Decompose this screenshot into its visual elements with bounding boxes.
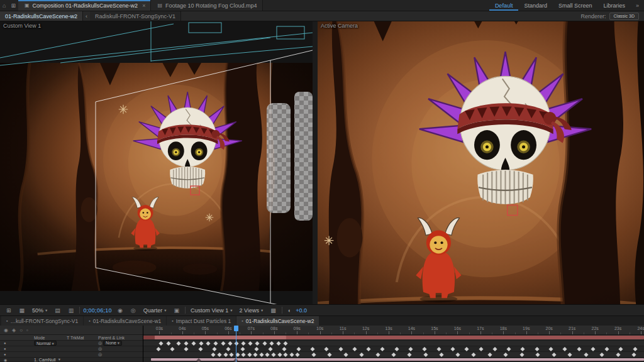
keyframe-diamond[interactable] [492,347,497,351]
timeline-track[interactable] [143,358,644,362]
layer-row-camnull[interactable]: ◉ 1. CamNull ▾ [0,358,143,362]
home-icon[interactable]: ⌂ [0,0,8,11]
timeline-track[interactable] [143,352,644,358]
keyframe-diamond[interactable] [199,341,203,346]
viewport-canvas-left[interactable] [0,21,313,304]
parent-link-column-header[interactable]: Parent & Link [98,336,143,340]
keyframe-diamond[interactable] [284,353,288,357]
keyframe-diamond[interactable] [380,347,385,351]
keyframe-diamond[interactable] [282,347,287,351]
keyframe-diamond[interactable] [535,347,539,351]
keyframe-diamond[interactable] [296,347,301,351]
keyframe-diamond[interactable] [170,347,175,351]
region-of-interest-icon[interactable]: ▣ [171,307,182,314]
renderer-button[interactable]: Classic 3D [609,13,639,20]
keyframe-diamond[interactable] [548,347,553,351]
keyframe-diamond[interactable] [519,353,524,357]
keyframe-diamond[interactable] [409,347,413,351]
keyframe-diamond[interactable] [616,353,620,357]
workspace-overflow-icon[interactable]: » [631,0,644,11]
keyframe-diamond[interactable] [311,347,315,351]
keyframe-diamond[interactable] [577,347,581,351]
exposure-control[interactable]: ◐ +0.0 [286,307,307,314]
keyframe-diamond[interactable] [504,353,508,357]
keyframe-diamond[interactable] [176,341,180,346]
keyframe-diamond[interactable] [228,341,232,346]
keyframe-diamond[interactable] [436,347,441,351]
keyframe-diamond[interactable] [632,353,636,357]
keyframe-diamond[interactable] [259,353,264,357]
magnification-dropdown[interactable]: 50% ▾ [30,307,49,314]
keyframe-diamond[interactable] [584,353,588,357]
lock-icon[interactable]: ▫ [26,327,28,333]
keyframe-diamond[interactable] [265,353,270,357]
snapshot-icon[interactable]: ◉ [115,307,125,314]
keyframe-diamond[interactable] [455,353,460,357]
keyframe-diamond[interactable] [191,341,196,346]
solo-icon[interactable]: ○ [19,327,23,333]
keyframe-diamond[interactable] [311,353,316,357]
timeline-track[interactable] [143,341,644,346]
workspace-default[interactable]: Default [489,0,519,11]
timeline-track[interactable] [143,335,644,341]
eye-icon[interactable]: ◉ [4,327,8,333]
keyframe-diamond[interactable] [254,347,258,351]
keyframe-diamond[interactable] [367,347,371,351]
eye-icon[interactable]: ● [4,353,6,356]
layer-duration-bar[interactable] [143,336,155,339]
pixel-aspect-icon[interactable]: ▩ [268,307,279,314]
workspace-small-screen[interactable]: Small Screen [553,0,598,11]
keyframe-diamond[interactable] [248,341,253,346]
keyframe-diamond[interactable] [240,347,245,351]
keyframe-diamond[interactable] [375,353,380,357]
comp-tab-songsync[interactable]: Radiskull-FRONT-SongSync-V1 [90,11,181,21]
tab-footage[interactable]: ▤ Footage 10 Rotating Fog Cloud.mp4 [151,0,262,11]
layer-duration-bar[interactable] [155,336,286,339]
keyframe-diamond[interactable] [338,347,343,351]
keyframe-diamond[interactable] [328,353,332,357]
keyframe-diamond[interactable] [211,353,216,357]
pick-whip-icon[interactable]: ◎ [98,341,102,345]
keyframe-diamond[interactable] [507,347,511,351]
keyframe-diamond[interactable] [242,341,246,346]
keyframe-diamond[interactable] [242,353,246,357]
pick-whip-icon[interactable]: ◎ [98,352,102,356]
keyframe-diamond[interactable] [408,353,412,357]
layer-row[interactable]: ● ◎ [0,346,143,352]
keyframe-diamond[interactable] [472,353,476,357]
keyframe-diamond[interactable] [255,341,260,346]
eye-icon[interactable]: ◉ [4,358,7,362]
timeline-tab-cavescene-w1[interactable]: ▪ 01-RadiskullsCaveScene-w1 [84,316,166,326]
parent-dropdown[interactable]: None▾ [103,341,122,346]
pick-whip-icon[interactable]: ◎ [98,346,102,351]
timeline-tab-dust-particles[interactable]: ▪ Impact Dust Particles 1 [167,316,236,326]
viewport-canvas-right[interactable] [318,21,644,304]
keyframe-diamond[interactable] [552,353,556,357]
comp-tab-cavescene[interactable]: 01-RadiskullsCaveScene-w2 [0,11,83,21]
workspace-grid-icon[interactable]: ⊞ [8,0,18,11]
keyframe-diamond[interactable] [633,347,637,351]
view-dropdown[interactable]: Custom View 1 ▾ [189,307,235,314]
keyframe-diamond[interactable] [289,353,294,357]
keyframe-diamond[interactable] [276,341,280,346]
viewport-divider[interactable] [313,21,318,304]
viewport-active-camera[interactable]: Active Camera [318,21,644,304]
mask-toggle-icon[interactable]: ▤ [52,307,63,314]
keyframe-diamond[interactable] [226,347,231,351]
keyframe-diamond[interactable] [605,347,609,351]
channels-icon[interactable]: ◎ [128,307,138,314]
keyframe-diamond[interactable] [166,341,170,346]
keyframe-diamond[interactable] [440,353,444,357]
timeline-tab-songsync[interactable]: ▪ …kull-FRONT-SongSync-V1 [1,316,83,326]
blend-mode-dropdown[interactable]: Normal▾ [34,341,57,346]
keyframe-diamond[interactable] [600,353,604,357]
keyframe-diamond[interactable] [217,353,221,357]
keyframe-diamond[interactable] [296,353,300,357]
playhead[interactable] [236,326,236,362]
keyframe-diamond[interactable] [450,347,455,351]
keyframe-diamond[interactable] [223,353,228,357]
keyframe-diamond[interactable] [487,353,492,357]
keyframe-diamond[interactable] [394,347,399,351]
keyframe-diamond[interactable] [352,347,357,351]
workspace-libraries[interactable]: Libraries [597,0,631,11]
